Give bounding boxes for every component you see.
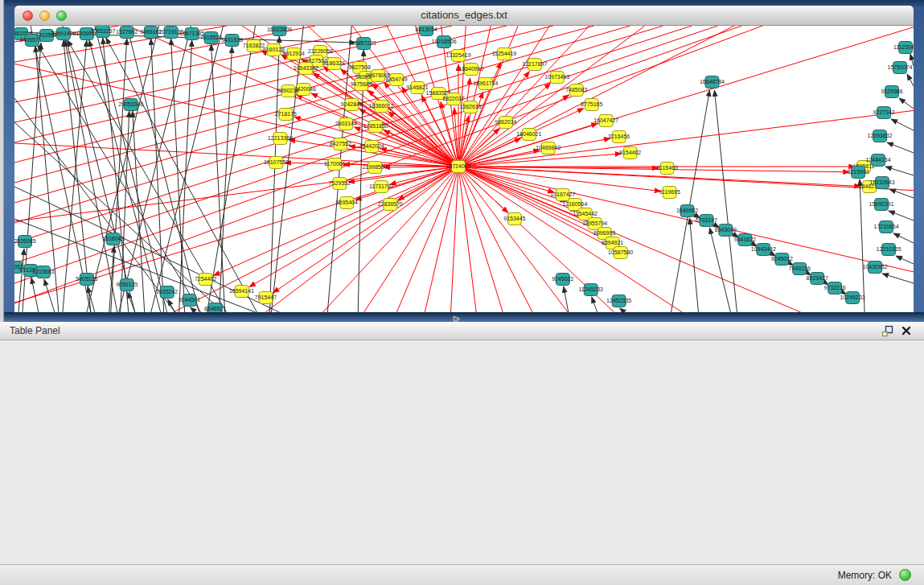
node-label: 9475685 — [351, 81, 372, 87]
node-label: 18366012 — [369, 103, 394, 109]
node-label: 9732216 — [824, 285, 846, 290]
window-controls — [23, 10, 67, 21]
node-label: 1170065 — [324, 161, 346, 167]
node-label: 5905135 — [76, 276, 97, 282]
table-panel-title: Table Panel — [10, 325, 60, 336]
node-label: 2718176 — [275, 111, 297, 117]
node-label: 16047427 — [593, 117, 618, 123]
node-label: 18724007 — [446, 163, 470, 169]
node-label: 2526085 — [14, 238, 36, 244]
node-label: 15751074 — [888, 64, 913, 70]
node-label: 9862034 — [495, 119, 516, 125]
node-label: 11545442 — [573, 211, 598, 216]
node-label: 1362615 — [459, 104, 481, 109]
node-label: 1640952 — [676, 208, 698, 213]
node-label: 10245233 — [840, 295, 865, 300]
window-bottom-border — [4, 312, 924, 322]
table-panel-titlebar[interactable]: Table Panel — [0, 322, 924, 340]
node-label: 1215683 — [32, 269, 54, 274]
node-label: 10943442 — [751, 246, 776, 252]
node-label: 7529552 — [329, 180, 351, 186]
node-label: 17851850 — [363, 123, 388, 129]
node-label: 11123044 — [893, 44, 914, 50]
node-label: 11254419 — [492, 51, 517, 56]
node-label: 12217897 — [522, 61, 547, 67]
node-label: 6793197 — [696, 217, 717, 223]
node-label: 8813054 — [415, 27, 437, 32]
node-label: 13325419 — [446, 52, 470, 58]
node-label: 9890234 — [277, 88, 299, 93]
minimize-window-icon[interactable] — [39, 10, 50, 21]
citation-graph[interactable]: 1872400771638228160128891293423226058982… — [14, 26, 914, 312]
node-label: 16033809 — [267, 27, 292, 32]
node-label: 11731797 — [369, 183, 394, 189]
memory-status-label: Memory: OK — [838, 570, 892, 581]
node-label: 12452335 — [606, 298, 631, 303]
node-label: 8912934 — [283, 51, 305, 56]
node-label: 7515526 — [200, 35, 222, 40]
node-label: 23226058 — [308, 48, 333, 54]
node-label: 11245233 — [578, 286, 603, 292]
node-label: 8427552 — [330, 141, 351, 146]
close-window-icon[interactable] — [23, 10, 33, 21]
node-label: 13857223 — [351, 40, 376, 46]
node-label: 12160564 — [562, 201, 587, 207]
node-label: 6822037 — [442, 96, 464, 101]
node-label: 12093832 — [868, 133, 893, 138]
node-label: 7915447 — [255, 295, 277, 300]
window-title: citations_edges.txt — [63, 9, 865, 21]
node-label: 16594141 — [229, 288, 254, 294]
node-label: 9244501 — [179, 297, 200, 303]
node-label: 1527602 — [116, 29, 138, 35]
node-label: 12213369 — [268, 135, 293, 141]
network-window-titlebar[interactable]: citations_edges.txt — [14, 6, 914, 26]
node-label: 16210643 — [870, 179, 895, 185]
node-label: 17210654 — [874, 224, 899, 229]
close-panel-icon[interactable] — [901, 325, 912, 336]
node-label: 8096995 — [593, 230, 615, 236]
node-label: 9827508 — [349, 64, 371, 70]
node-label: 19442024 — [359, 143, 384, 149]
status-bar: Memory: OK — [0, 564, 924, 585]
node-label: 16046021 — [516, 131, 541, 137]
node-label: 16961714 — [473, 80, 498, 86]
node-label: 10469842 — [536, 145, 561, 150]
node-label: 9431536 — [221, 37, 243, 43]
node-label: 8454749 — [386, 76, 408, 82]
node-label: 21998597 — [363, 164, 388, 170]
node-label: 10653257 — [90, 28, 115, 34]
node-label: 8186328 — [323, 60, 345, 66]
node-label: 30691406 — [51, 31, 76, 36]
node-label: 1516043 — [102, 236, 124, 241]
node-label: 9329966 — [881, 89, 902, 94]
network-view-area: citations_edges.txt 18724007716382281601… — [0, 0, 924, 322]
node-label: 2803144 — [335, 121, 357, 126]
node-label: 9154462 — [619, 150, 641, 155]
node-label: 7485083 — [565, 87, 587, 93]
table-panel: Table Panel — [0, 322, 924, 585]
node-label: 9227342 — [873, 109, 894, 115]
node-label: 16648784 — [700, 79, 725, 84]
node-label: 8160128 — [263, 47, 285, 52]
node-label: 9245022 — [552, 276, 573, 282]
memory-ok-indicator — [899, 569, 911, 581]
node-label: 3216456 — [608, 134, 630, 139]
node-label: 9245012 — [771, 256, 793, 262]
node-label: 18955794 — [582, 220, 607, 226]
node-label: 12444154 — [866, 157, 891, 163]
node-label: 10587580 — [608, 249, 633, 255]
network-canvas[interactable]: 1872400771638228160128891293423226058982… — [14, 26, 914, 312]
node-label: 29053346 — [118, 101, 143, 107]
node-label: 7943156 — [789, 266, 811, 271]
node-label: 1635242 — [156, 289, 178, 295]
node-label: 8943049 — [715, 227, 737, 233]
node-label: 9146821 — [407, 84, 429, 90]
node-label: 7163822 — [243, 43, 265, 48]
node-label: 19218506 — [432, 39, 457, 44]
node-label: 10430952 — [863, 264, 888, 270]
node-label: 10167427 — [550, 192, 575, 197]
node-label: 9119695 — [659, 189, 680, 195]
node-label: 7254402 — [195, 276, 216, 282]
float-panel-icon[interactable] — [881, 325, 893, 337]
node-label: 3215953 — [848, 169, 869, 175]
